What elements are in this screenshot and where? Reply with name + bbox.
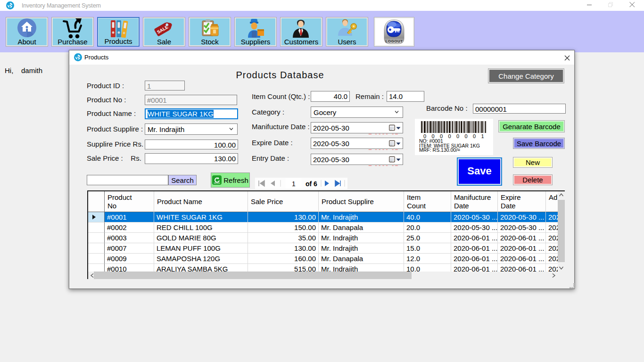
svg-text:REFRESH: REFRESH: [214, 182, 220, 184]
svg-text:LOGOUT: LOGOUT: [385, 39, 403, 43]
